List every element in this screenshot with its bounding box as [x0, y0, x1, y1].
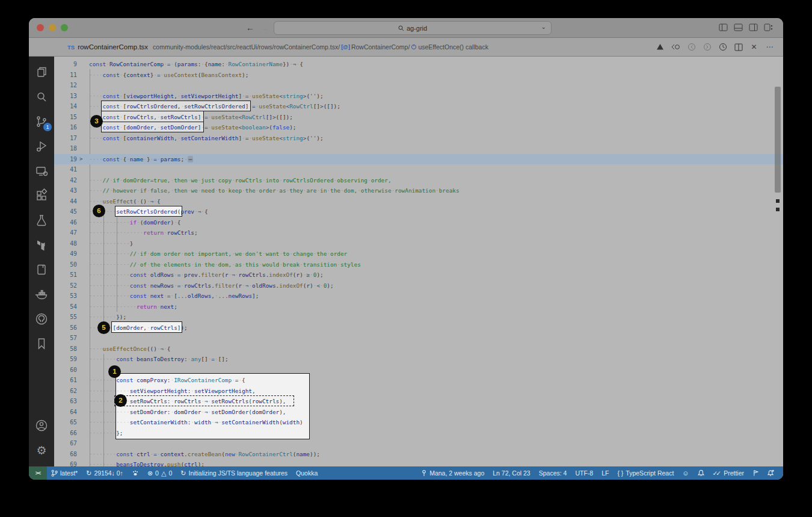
- testing-icon[interactable]: [33, 212, 50, 229]
- explorer-icon[interactable]: [33, 64, 50, 81]
- fold-chevron-icon[interactable]: >: [79, 154, 82, 165]
- close-editor-icon[interactable]: ✕: [749, 42, 759, 52]
- terraform-icon[interactable]: [33, 237, 50, 253]
- code-line: 44····useEffect(·()·⇒·{: [54, 196, 783, 207]
- search-icon[interactable]: [33, 88, 50, 105]
- activity-bar-spacer: [33, 360, 50, 417]
- prettier-item[interactable]: ✓✓ Prettier: [709, 469, 748, 477]
- line-number: 48: [54, 238, 89, 249]
- split-editor-icon[interactable]: [733, 42, 743, 52]
- status-bar: >< latest* ↻ 29154↓ 0↑ ⊗ 0 △ 0 ↻ Initial…: [29, 466, 783, 480]
- line-number: 51: [54, 270, 89, 280]
- language-mode-item[interactable]: { } TypeScript React: [613, 469, 678, 477]
- problems-item[interactable]: ⊗ 0 △ 0: [143, 469, 176, 477]
- bookmark-icon[interactable]: [33, 335, 50, 352]
- errors-icon: ⊗: [147, 470, 153, 477]
- extension-triangle-icon[interactable]: [655, 42, 665, 52]
- code-line: 51············const·oldRows·=·prev.filte…: [54, 270, 783, 280]
- code-line: 11····const·{context}·=·useContext(Beans…: [54, 70, 783, 81]
- nav-back-circle-icon[interactable]: [686, 42, 697, 52]
- minimize-window-button[interactable]: [49, 24, 56, 31]
- search-value: ag-grid: [407, 25, 427, 32]
- chevron-down-icon[interactable]: ⌄: [541, 23, 546, 30]
- notifications-item[interactable]: [763, 469, 778, 477]
- code-line: 68········const·ctrl·=·context.createBea…: [54, 449, 783, 460]
- run-debug-icon[interactable]: [33, 138, 50, 155]
- open-changes-icon[interactable]: [671, 42, 681, 52]
- line-number: 58: [54, 344, 89, 354]
- indentation-item[interactable]: Spaces: 4: [535, 469, 571, 477]
- remote-explorer-icon[interactable]: [33, 163, 50, 179]
- ts-language-features-item[interactable]: ↻ Initializing JS/TS language features: [176, 469, 292, 477]
- breadcrumb-callback[interactable]: useEffectOnce() callback: [418, 43, 488, 51]
- close-window-button[interactable]: [37, 24, 44, 31]
- line-number: 59: [54, 354, 89, 365]
- paw-extension-item[interactable]: [128, 470, 143, 477]
- flag-icon: [752, 469, 759, 477]
- account-icon[interactable]: [33, 417, 50, 434]
- breadcrumb-path[interactable]: community-modules/react/src/reactUi/rows…: [153, 43, 340, 51]
- flag-item[interactable]: [748, 469, 763, 477]
- cursor-position-item[interactable]: Ln 72, Col 23: [488, 469, 534, 477]
- line-number: 65: [54, 417, 89, 428]
- line-number: 61: [54, 375, 89, 386]
- breadcrumb-component[interactable]: RowContainerComp/: [351, 43, 410, 51]
- settings-gear-icon[interactable]: ⚙: [33, 442, 50, 459]
- customize-layout-icon[interactable]: [763, 22, 774, 33]
- activity-bar: 1 ⚙: [29, 57, 54, 466]
- more-actions-icon[interactable]: ⋯: [764, 42, 775, 52]
- eol-item[interactable]: LF: [597, 469, 613, 477]
- git-blame-item[interactable]: Mana, 2 weeks ago: [417, 469, 488, 477]
- code-editor[interactable]: 9const·RowContainerComp·=·(params:·{name…: [54, 57, 783, 466]
- history-back-button[interactable]: ←: [244, 22, 256, 34]
- bell-icon: [698, 469, 704, 477]
- code-line: 17····const·[containerWidth,·setContaine…: [54, 133, 783, 144]
- line-number: 53: [54, 291, 89, 302]
- command-center-search[interactable]: ag-grid ⌄: [274, 21, 552, 35]
- nav-forward-circle-icon[interactable]: [702, 42, 712, 52]
- code-line: 15····const·[rowCtrls,·setRowCtrls]·=·us…: [54, 112, 783, 123]
- toggle-sidebar-icon[interactable]: [718, 22, 728, 33]
- line-number: 17: [54, 133, 89, 144]
- code-line: 56····},·[domOrder,·rowCtrls]);: [54, 323, 783, 333]
- code-line: 57: [54, 333, 783, 344]
- github-icon[interactable]: [33, 311, 50, 327]
- editor-scrollbar[interactable]: [775, 87, 781, 193]
- smiley-icon: ☺: [682, 470, 689, 477]
- code-line: 58····useEffectOnce(()·⇒·{: [54, 344, 783, 354]
- code-line: 66········};: [54, 428, 783, 439]
- tab-file-name[interactable]: rowContainerComp.tsx: [78, 43, 148, 51]
- code-line: 19>····const·{·name·}·=·params;·⋯: [54, 154, 783, 165]
- code-line: 47················return·rowCtrls;: [54, 228, 783, 238]
- code-line: 63············setRowCtrls:·rowCtrls·⇒·se…: [54, 396, 783, 407]
- line-number: 15: [54, 112, 89, 123]
- line-number: 66: [54, 428, 89, 439]
- line-number: 60: [54, 365, 89, 376]
- title-bar: ← → ag-grid ⌄: [29, 18, 783, 38]
- code-line: 43····//·however·if·false,·then·we·need·…: [54, 185, 783, 196]
- history-forward-button[interactable]: →: [258, 22, 270, 34]
- feedback-smiley-item[interactable]: ☺: [678, 470, 693, 477]
- git-branch-item[interactable]: latest*: [47, 469, 82, 477]
- alert-item[interactable]: [694, 469, 709, 477]
- encoding-item[interactable]: UTF-8: [571, 469, 597, 477]
- remote-indicator[interactable]: ><: [29, 466, 47, 480]
- toggle-panel-icon[interactable]: [733, 22, 743, 33]
- toggle-secondary-sidebar-icon[interactable]: [748, 22, 758, 33]
- line-number: 12: [54, 80, 89, 91]
- line-number: 47: [54, 228, 89, 238]
- code-line: 69········beansToDestroy.push(ctrl);: [54, 459, 783, 466]
- line-number: 52: [54, 280, 89, 291]
- line-number: 50: [54, 259, 89, 270]
- extensions-icon[interactable]: [33, 187, 50, 204]
- notebook-icon[interactable]: [33, 261, 50, 278]
- code-lines[interactable]: 9const·RowContainerComp·=·(params:·{name…: [54, 57, 783, 466]
- zoom-window-button[interactable]: [61, 24, 68, 31]
- timeline-icon[interactable]: [718, 42, 728, 52]
- quokka-item[interactable]: Quokka: [292, 469, 322, 477]
- code-line: 54··············return·next;: [54, 302, 783, 312]
- line-number: 68: [54, 449, 89, 460]
- source-control-icon[interactable]: 1: [33, 113, 50, 130]
- git-sync-item[interactable]: ↻ 29154↓ 0↑: [82, 469, 128, 477]
- docker-icon[interactable]: [33, 286, 50, 303]
